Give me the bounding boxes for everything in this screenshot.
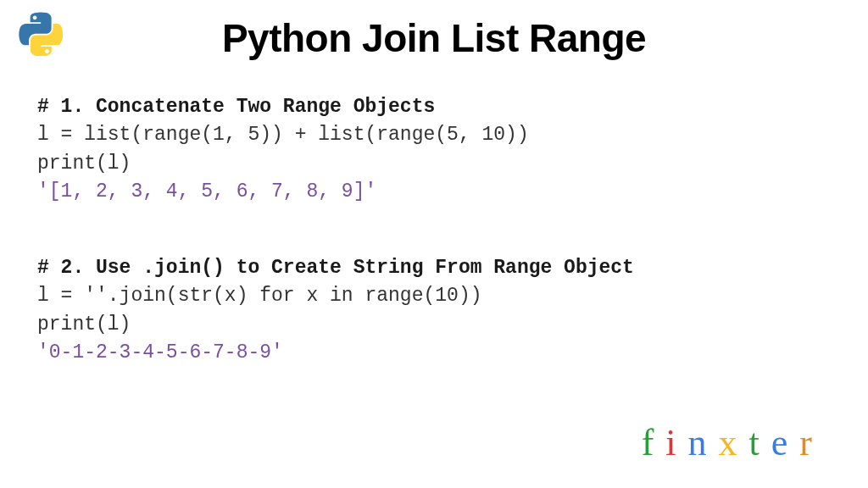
finxter-brand-logo: finxter (642, 421, 824, 464)
brand-letter-x: x (719, 421, 749, 464)
code-output-1: '[1, 2, 3, 4, 5, 6, 7, 8, 9]' (37, 178, 529, 206)
code-output-2: '0-1-2-3-4-5-6-7-8-9' (37, 339, 634, 367)
python-logo-icon (19, 12, 63, 56)
code-block-1: # 1. Concatenate Two Range Objects l = l… (37, 93, 529, 206)
code-line-1a: l = list(range(1, 5)) + list(range(5, 10… (37, 121, 529, 149)
code-line-1b: print(l) (37, 150, 529, 178)
brand-letter-t: t (749, 421, 771, 464)
code-line-2a: l = ''.join(str(x) for x in range(10)) (37, 282, 634, 310)
brand-letter-f: f (642, 421, 666, 464)
brand-letter-r: r (799, 421, 824, 464)
brand-letter-n: n (688, 421, 719, 464)
code-comment-2: # 2. Use .join() to Create String From R… (37, 254, 634, 282)
brand-letter-e: e (771, 421, 800, 464)
brand-letter-i: i (665, 421, 687, 464)
code-line-2b: print(l) (37, 311, 634, 339)
page-title: Python Join List Range (0, 0, 868, 61)
code-comment-1: # 1. Concatenate Two Range Objects (37, 93, 529, 121)
code-block-2: # 2. Use .join() to Create String From R… (37, 254, 634, 367)
